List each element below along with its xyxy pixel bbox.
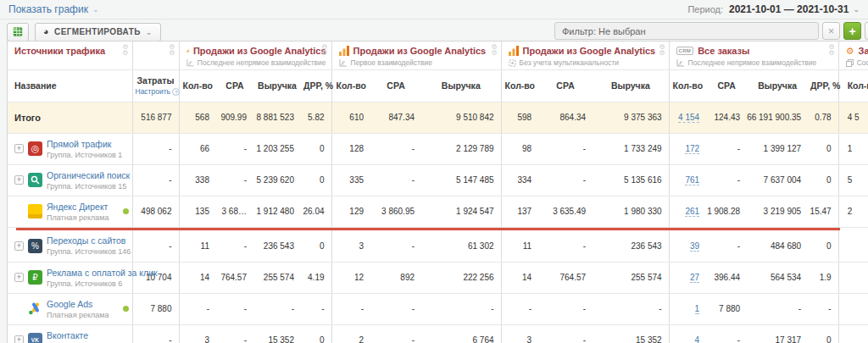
orders-count-link[interactable]: 761 — [685, 175, 699, 185]
show-chart-label: Показать график — [8, 3, 88, 15]
column-header[interactable]: Кол-во — [179, 69, 216, 102]
gear-icon[interactable]: ⚙⚙ — [659, 44, 665, 56]
value-cell: 7 880 — [132, 293, 179, 324]
value-cell: - — [538, 164, 593, 196]
configure-costs-link[interactable]: Настроить ? — [136, 87, 176, 96]
orders-count-link[interactable]: 4 — [695, 335, 700, 343]
column-header[interactable]: Кол-во — [331, 69, 370, 102]
source-name-link[interactable]: Прямой трафик — [47, 139, 120, 149]
segment-icon: ◕ — [43, 27, 49, 36]
value-cell: 3 635.49 — [538, 196, 593, 227]
chevron-down-icon: ⌄ — [92, 5, 99, 14]
value-cell: 1.9 — [808, 262, 838, 293]
source-row: +Органический поискГруппа. Источников 15… — [8, 164, 868, 196]
value-cell: - — [706, 324, 747, 343]
value-cell: 5 147 485 — [421, 164, 501, 196]
value-cell: 27 — [669, 262, 706, 293]
value-cell: 7 637 004 — [747, 164, 808, 196]
value-cell: 137 — [501, 196, 538, 227]
column-header[interactable]: Выручка — [747, 69, 808, 102]
column-header[interactable]: Кол-во — [669, 69, 706, 102]
value-cell: 0 — [301, 324, 331, 343]
source-name-link[interactable]: Реклама с оплатой за клик — [47, 268, 120, 278]
gear-icon[interactable]: ⚙⚙ — [169, 44, 175, 56]
column-header[interactable]: ДРР, % — [301, 69, 331, 102]
filter-cluster: × + ⌄ — [554, 22, 868, 40]
source-name-cell: +Органический поискГруппа. Источников 15 — [8, 164, 132, 196]
value-cell: 396.44 — [706, 262, 747, 293]
orders-count-link[interactable]: 1 — [695, 304, 700, 314]
actions-bar: ◕ СЕГМЕНТИРОВАТЬ ⌄ × + ⌄ — [0, 21, 868, 42]
period-selector[interactable]: 2021-10-01 — 2021-10-31 ⌄ — [729, 3, 860, 15]
expand-button[interactable]: + — [14, 273, 24, 282]
gear-icon[interactable]: ⚙⚙ — [491, 44, 497, 56]
orders-count-link[interactable]: 172 — [685, 144, 699, 154]
value-cell: 568 — [179, 102, 216, 133]
gear-icon[interactable]: ⚙⚙ — [321, 44, 327, 56]
value-cell: - — [538, 293, 593, 324]
add-filter-button[interactable]: + — [843, 22, 861, 40]
column-header[interactable]: Выручка — [253, 69, 301, 102]
metric-group-header: Продажи из Google AnalyticsБез учета мул… — [501, 41, 669, 69]
value-cell: 335 — [331, 164, 370, 196]
source-name-link[interactable]: Вконтакте — [47, 330, 120, 340]
value-cell: 892 — [370, 262, 421, 293]
clear-filter-button[interactable]: × — [822, 22, 840, 40]
value-cell: 61 302 — [421, 230, 501, 262]
value-cell: 26.04 — [301, 196, 331, 227]
value-cell: 3 — [179, 324, 216, 343]
value-cell: 498 062 — [132, 196, 179, 227]
source-row: Яндекс ДиректПлатная реклама498 0621353 … — [8, 196, 868, 227]
source-name-link[interactable]: Google Ads — [47, 299, 109, 309]
value-cell: 610 — [331, 102, 370, 133]
value-cell: 338 — [179, 164, 216, 196]
expand-button[interactable]: + — [14, 241, 24, 251]
source-group-label: Платная реклама — [47, 311, 109, 319]
column-header[interactable]: CPA — [538, 69, 593, 102]
column-header[interactable]: CPA — [370, 69, 421, 102]
orders-count-link[interactable]: 261 — [685, 207, 699, 217]
filter-input[interactable] — [554, 22, 819, 40]
column-header[interactable]: ДРР, % — [808, 69, 838, 102]
source-name-link[interactable]: Органический поиск — [47, 170, 120, 180]
expand-button[interactable]: + — [14, 335, 24, 343]
orders-count-link[interactable]: 27 — [690, 273, 699, 283]
value-cell: 172 — [669, 133, 706, 164]
segment-button[interactable]: ◕ СЕГМЕНТИРОВАТЬ ⌄ — [35, 23, 161, 41]
value-cell: 2 — [838, 196, 868, 227]
orders-count-link[interactable]: 39 — [690, 241, 699, 252]
export-excel-button[interactable] — [7, 23, 29, 41]
show-chart-link[interactable]: Показать график ⌄ — [8, 3, 98, 15]
value-cell: - — [216, 230, 253, 262]
column-header[interactable]: Выручка — [421, 69, 501, 102]
source-row: +₽Реклама с оплатой за кликГруппа. Источ… — [8, 262, 868, 293]
value-cell: 3 68… — [216, 196, 253, 227]
expand-button[interactable]: + — [14, 144, 24, 153]
filter-dropdown-button[interactable]: ⌄ — [865, 22, 868, 40]
value-cell: - — [132, 164, 179, 196]
value-cell: 334 — [501, 164, 538, 196]
column-header[interactable]: CPA — [216, 69, 253, 102]
expand-button[interactable]: + — [14, 175, 24, 185]
value-cell: 0 — [301, 230, 331, 262]
total-label-cell: Итого — [8, 102, 132, 133]
value-cell: 0 — [808, 324, 838, 343]
source-name-link[interactable]: Яндекс Директ — [47, 202, 109, 212]
value-cell: - — [370, 324, 421, 343]
google-ads-icon — [28, 302, 42, 316]
gear-icon[interactable]: ⚙⚙ — [828, 44, 834, 56]
value-cell: - — [331, 293, 370, 324]
orders-count-link[interactable]: 4 154 — [678, 113, 699, 123]
column-header[interactable]: CPA — [706, 69, 747, 102]
source-name-cell: +VKВконтактеГруппа. Источников 3 — [8, 324, 132, 343]
value-cell: - — [370, 133, 421, 164]
value-cell: 236 543 — [253, 230, 301, 262]
value-cell: 8 881 523 — [253, 102, 301, 133]
period-block: Период: 2021-10-01 — 2021-10-31 ⌄ — [687, 3, 860, 15]
column-header[interactable]: Выручка — [593, 69, 669, 102]
gear-icon[interactable]: ⚙⚙ — [122, 44, 128, 56]
column-header[interactable]: Кол-во — [501, 69, 538, 102]
organic-search-icon — [28, 173, 42, 187]
source-name-link[interactable]: Переходы с сайтов — [47, 235, 120, 246]
column-header[interactable]: Кол-во — [838, 69, 868, 102]
